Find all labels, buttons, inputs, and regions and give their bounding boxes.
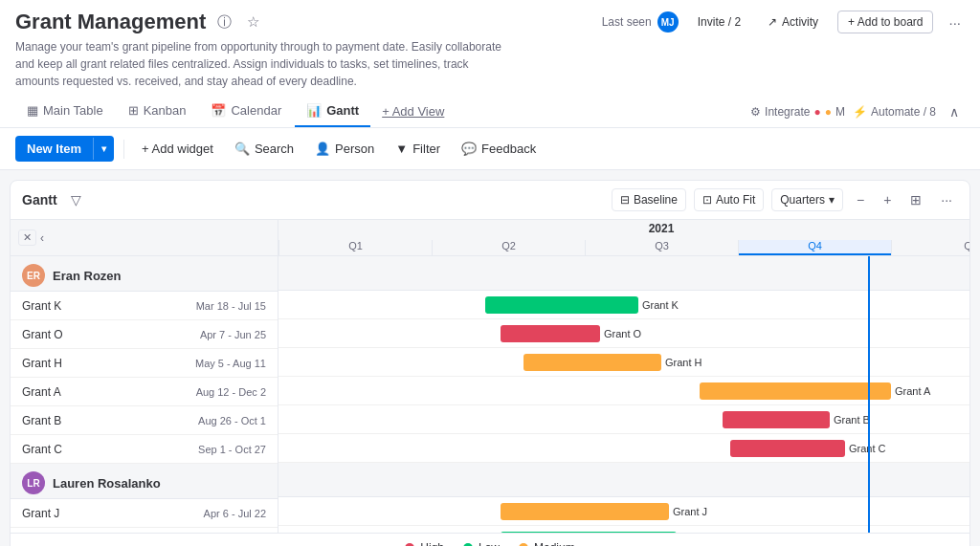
grant-name: Grant O [22,328,89,341]
gantt-bar[interactable]: Grant O [501,325,600,342]
grant-row[interactable]: Grant C Sep 1 - Oct 27 [11,435,278,464]
gantt-rows-area: Grant KGrant OGrant HGrant AGrant BGrant… [278,256,969,533]
person-button[interactable]: 👤 Person [307,137,382,161]
calendar-icon: 📅 [211,103,226,118]
gantt-container: Gantt ▽ ⊟ Baseline ⊡ Auto Fit Quarters ▾… [10,180,970,546]
integrate-button[interactable]: ⚙ Integrate ● ● M [750,105,845,119]
collapse-tabs-button[interactable]: ∧ [944,100,965,123]
grant-row[interactable]: Grant B Aug 26 - Oct 1 [11,406,278,435]
new-item-label: New Item [15,136,93,162]
gantt-bar[interactable]: Grant B [723,411,830,428]
gantt-bar[interactable]: Grant H [523,354,661,371]
person-row: ER Eran Rozen [11,256,278,292]
person-chart-row [278,463,969,497]
activity-button[interactable]: ↗ Activity [760,11,826,33]
quarter-q1: Q1 [278,240,432,255]
gantt-title: Gantt [22,192,57,207]
grant-row[interactable]: Grant O Apr 7 - Jun 25 [11,320,278,349]
auto-fit-button[interactable]: ⊡ Auto Fit [694,188,764,211]
gantt-bar[interactable]: Grant A [700,382,891,400]
today-line [868,256,870,533]
legend-medium: Medium [519,541,575,546]
grant-row[interactable]: Grant H May 5 - Aug 11 [11,349,278,378]
activity-icon: ↗ [768,15,777,29]
grant-row[interactable]: Grant J Apr 6 - Jul 22 [11,499,278,528]
gantt-left-header: ✕ ‹ [11,220,278,256]
invite-button[interactable]: Invite / 2 [690,11,748,33]
tab-add-view[interactable]: + Add View [372,97,454,126]
grant-dates: Sep 1 - Oct 27 [198,444,266,455]
view-tabs: ▦ Main Table ⊞ Kanban 📅 Calendar 📊 Gantt… [15,96,454,127]
more-options-button[interactable]: ··· [945,12,965,33]
kanban-icon: ⊞ [128,103,139,118]
gantt-bar[interactable]: Grant K [485,296,638,314]
feedback-icon: 💬 [461,142,477,156]
year-label: 2021 [649,222,675,235]
gantt-bar[interactable]: Grant C [730,440,845,457]
gantt-bar[interactable]: Grant J [501,503,669,520]
bar-label: Grant B [834,414,870,426]
gantt-body: ✕ ‹ ER Eran Rozen Grant K Mar 18 - Jul 1… [11,220,969,533]
header-description: Manage your team's grant pipeline from o… [15,38,513,96]
info-icon[interactable]: ⓘ [213,11,235,33]
new-item-chevron-icon[interactable]: ▾ [93,138,114,160]
toolbar-separator [123,140,124,159]
search-icon: 🔍 [234,142,250,156]
gantt-right-panel: 2021 Q1 Q2 Q3 Q4 Q [278,220,969,533]
automate-button[interactable]: ⚡ Automate / 8 [853,105,936,119]
filter-button[interactable]: ▼ Filter [388,137,448,161]
avatar: LR [22,471,45,494]
add-to-board-button[interactable]: + Add to board [837,11,933,33]
bar-label: Grant A [895,385,930,397]
star-icon[interactable]: ☆ [243,11,263,33]
close-icon[interactable]: ✕ [18,229,36,246]
bar-label: Grant O [604,328,641,339]
person-icon: 👤 [315,142,330,156]
grant-dates: May 5 - Aug 11 [195,358,266,369]
tab-kanban[interactable]: ⊞ Kanban [117,96,198,127]
tab-gantt[interactable]: 📊 Gantt [295,96,370,127]
gantt-filter-icon[interactable]: ▽ [65,188,87,211]
tab-main-table[interactable]: ▦ Main Table [15,96,115,127]
new-item-button[interactable]: New Item ▾ [15,136,114,162]
avatar: MJ [657,11,679,33]
legend-low: Low [463,541,500,546]
quarter-q5: Q [891,240,969,255]
automate-icon: ⚡ [853,105,867,119]
filter-icon: ▼ [395,142,408,156]
grant-dates: Mar 18 - Jul 15 [196,300,266,312]
quarter-q4: Q4 [738,240,891,255]
collapse-left-icon[interactable]: ‹ [40,231,44,245]
more-gantt-button[interactable]: ··· [935,188,958,211]
add-widget-button[interactable]: + Add widget [134,137,221,161]
page-title: Grant Management [15,10,206,34]
export-button[interactable]: ⊞ [904,188,927,211]
quarter-q2: Q2 [432,240,585,255]
zoom-out-button[interactable]: − [851,188,870,211]
auto-fit-icon: ⊡ [702,193,712,207]
grant-row[interactable]: Grant K Mar 18 - Jul 15 [11,292,278,320]
integrate-icon: ⚙ [750,105,761,119]
search-button[interactable]: 🔍 Search [227,137,301,161]
last-seen-label: Last seen MJ [602,11,679,33]
feedback-button[interactable]: 💬 Feedback [454,137,544,161]
gantt-toolbar: Gantt ▽ ⊟ Baseline ⊡ Auto Fit Quarters ▾… [11,181,969,220]
gantt-bar[interactable]: Grant I [501,532,677,533]
baseline-button[interactable]: ⊟ Baseline [612,188,686,211]
grant-row[interactable]: Grant A Aug 12 - Dec 2 [11,378,278,406]
gantt-chart: 2021 Q1 Q2 Q3 Q4 Q [278,220,969,533]
bar-label: Grant H [665,357,702,368]
bar-label: Grant K [642,299,679,311]
grant-name: Grant A [22,385,89,399]
app-header: Grant Management ⓘ ☆ Last seen MJ Invite… [0,0,980,128]
tab-calendar[interactable]: 📅 Calendar [199,96,293,127]
baseline-icon: ⊟ [620,193,630,207]
grant-name: Grant C [22,443,89,456]
quarters-button[interactable]: Quarters ▾ [771,188,843,211]
grant-dates: Apr 6 - Jul 22 [204,508,266,519]
grant-dates: Apr 7 - Jun 25 [200,329,266,340]
zoom-in-button[interactable]: + [878,188,897,211]
table-icon: ▦ [27,103,38,118]
grant-name: Grant K [22,299,89,313]
bar-label: Grant J [673,506,707,517]
